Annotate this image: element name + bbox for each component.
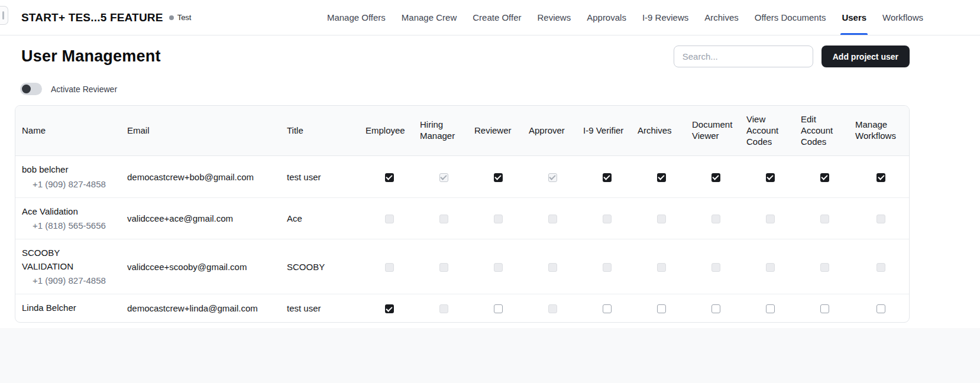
reviewer-checkbox — [494, 263, 503, 272]
hiring-manager-checkbox — [439, 304, 448, 313]
i-9-verifier-checkbox — [603, 215, 612, 223]
employee-cell — [362, 239, 416, 294]
view-account-codes-cell — [743, 156, 797, 198]
i-9-verifier-cell — [580, 239, 634, 294]
column-header-view-account-codes: View Account Codes — [743, 106, 797, 156]
approver-cell — [525, 239, 580, 294]
approver-checkbox — [548, 263, 557, 272]
user-name: Ace Validation — [22, 205, 111, 219]
nav-item-manage-crew[interactable]: Manage Crew — [402, 0, 457, 35]
i-9-verifier-cell — [580, 197, 634, 239]
nav-item-archives[interactable]: Archives — [704, 0, 739, 35]
edit-account-codes-cell — [797, 197, 852, 239]
hiring-manager-cell — [416, 294, 471, 322]
column-header-approver: Approver — [525, 106, 580, 156]
manage-workflows-checkbox — [876, 263, 885, 272]
toggle-knob — [22, 85, 31, 93]
user-title: Ace — [283, 197, 362, 239]
reviewer-checkbox[interactable] — [494, 173, 503, 182]
hiring-manager-checkbox — [439, 263, 448, 272]
document-viewer-cell — [688, 239, 743, 294]
column-header-reviewer: Reviewer — [471, 106, 525, 156]
reviewer-cell — [471, 197, 525, 239]
activate-reviewer-toggle[interactable] — [20, 83, 42, 95]
page-header: User Management Add project user — [15, 46, 910, 67]
user-email: validccee+ace@gmail.com — [124, 197, 283, 239]
edit-account-codes-cell — [797, 239, 852, 294]
nav-item-workflows[interactable]: Workflows — [882, 0, 923, 35]
table-row: SCOOBY VALIDATION+1 (909) 827-4858validc… — [15, 239, 910, 294]
env-badge: Test — [169, 13, 192, 22]
column-header-edit-account-codes: Edit Account Codes — [797, 106, 852, 156]
nav-item-create-offer[interactable]: Create Offer — [473, 0, 521, 35]
table-row: Ace Validation+1 (818) 565-5656validccee… — [15, 197, 910, 239]
edit-account-codes-cell — [797, 294, 852, 322]
reviewer-checkbox — [494, 215, 503, 223]
employee-checkbox[interactable] — [385, 304, 394, 313]
archives-checkbox[interactable] — [657, 304, 666, 313]
archives-checkbox[interactable] — [657, 173, 666, 182]
hiring-manager-cell — [416, 239, 471, 294]
view-account-codes-cell — [743, 239, 797, 294]
document-viewer-checkbox[interactable] — [711, 173, 720, 182]
user-title: test user — [283, 156, 362, 198]
env-label: Test — [177, 13, 192, 22]
edit-account-codes-checkbox — [820, 263, 829, 272]
i-9-verifier-checkbox[interactable] — [603, 304, 612, 313]
table-header-row: Name Email Title Employee Hiring Manager… — [15, 106, 910, 156]
main-content: User Management Add project user Activat… — [15, 35, 910, 323]
column-header-document-viewer: Document Viewer — [688, 106, 743, 156]
document-viewer-checkbox — [711, 215, 720, 223]
activate-reviewer-label: Activate Reviewer — [51, 85, 117, 94]
nav-item-manage-offers[interactable]: Manage Offers — [327, 0, 386, 35]
reviewer-cell — [471, 156, 525, 198]
i-9-verifier-checkbox[interactable] — [603, 173, 612, 182]
manage-workflows-cell — [852, 197, 910, 239]
user-title: SCOOBY — [283, 239, 362, 294]
document-viewer-checkbox[interactable] — [711, 304, 720, 313]
manage-workflows-checkbox[interactable] — [876, 304, 885, 313]
add-project-user-button[interactable]: Add project user — [821, 46, 910, 67]
reviewer-checkbox[interactable] — [494, 304, 503, 313]
edit-account-codes-checkbox[interactable] — [820, 173, 829, 182]
employee-cell — [362, 156, 416, 198]
reviewer-cell — [471, 294, 525, 322]
nav-item-i-9-reviews[interactable]: I-9 Reviews — [642, 0, 688, 35]
nav-item-approvals[interactable]: Approvals — [587, 0, 626, 35]
edit-account-codes-checkbox[interactable] — [820, 304, 829, 313]
user-name-cell: bob belcher+1 (909) 827-4858 — [15, 156, 124, 198]
manage-workflows-checkbox[interactable] — [876, 173, 885, 182]
hiring-manager-cell — [416, 197, 471, 239]
column-header-hiring-manager: Hiring Manager — [416, 106, 471, 156]
env-dot-icon — [169, 15, 174, 20]
hiring-manager-cell — [416, 156, 471, 198]
view-account-codes-checkbox[interactable] — [766, 173, 775, 182]
user-name: SCOOBY VALIDATION — [22, 246, 111, 273]
sidebar-handle-icon[interactable] — [0, 6, 8, 25]
user-name: bob belcher — [22, 163, 111, 177]
user-phone: +1 (909) 827-4858 — [22, 274, 120, 287]
approver-cell — [525, 294, 580, 322]
employee-checkbox[interactable] — [385, 173, 394, 182]
topbar: START+ TES...5 FEATURE Test Manage Offer… — [0, 0, 980, 35]
view-account-codes-checkbox[interactable] — [766, 304, 775, 313]
nav-item-users[interactable]: Users — [842, 0, 866, 35]
search-input[interactable] — [674, 46, 813, 67]
nav-item-reviews[interactable]: Reviews — [538, 0, 571, 35]
employee-checkbox — [385, 215, 394, 223]
main-nav: Manage OffersManage CrewCreate OfferRevi… — [327, 0, 980, 35]
user-phone: +1 (909) 827-4858 — [22, 178, 120, 190]
i-9-verifier-checkbox — [603, 263, 612, 272]
user-email: validccee+scooby@gmail.com — [124, 239, 283, 294]
document-viewer-checkbox — [711, 263, 720, 272]
manage-workflows-cell — [852, 156, 910, 198]
view-account-codes-checkbox — [766, 215, 775, 223]
i-9-verifier-cell — [580, 156, 634, 198]
edit-account-codes-cell — [797, 156, 852, 198]
user-name-cell: SCOOBY VALIDATION+1 (909) 827-4858 — [15, 239, 124, 294]
user-phone: +1 (818) 565-5656 — [22, 219, 120, 232]
approver-cell — [525, 197, 580, 239]
column-header-archives: Archives — [634, 106, 688, 156]
nav-item-offers-documents[interactable]: Offers Documents — [755, 0, 826, 35]
archives-cell — [634, 239, 688, 294]
